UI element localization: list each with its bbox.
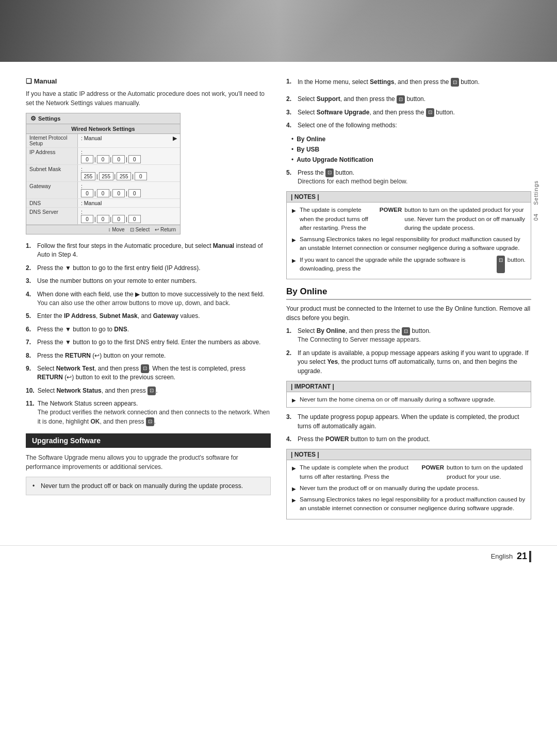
upgrade-bullet-box: • Never turn the product off or back on … xyxy=(26,477,271,495)
manual-heading: Manual xyxy=(26,77,271,85)
inline-btn-r1: ⊡ xyxy=(451,78,459,87)
ip-value: : 0 | 0 | 0 | 0 xyxy=(78,148,180,164)
note-1-3: If you want to cancel the upgrade while … xyxy=(292,256,526,274)
by-online-step-2: 2. If an update is available, a popup me… xyxy=(286,349,531,376)
footer-language: English xyxy=(491,552,513,560)
by-online-step-1: 1. Select By Online, and then press the … xyxy=(286,327,531,345)
manual-steps-list: 1. Follow the first four steps in the Au… xyxy=(26,242,271,426)
by-online-steps: 1. Select By Online, and then press the … xyxy=(286,327,531,376)
step-5: 5. Enter the IP Address, Subnet Mask, an… xyxy=(26,312,271,321)
right-step-1: 1. In the Home menu, select Settings, an… xyxy=(286,77,531,91)
methods-list: By Online By USB Auto Upgrade Notificati… xyxy=(291,135,531,164)
upgrading-software-heading: Upgrading Software xyxy=(26,433,271,448)
side-settings-label: 04 Settings xyxy=(533,180,539,221)
dns-server-row: DNS Server : 0 | 0 | 0 | 0 xyxy=(26,208,180,225)
settings-nav: ↕ Move ⊡ Select ↩ Return xyxy=(26,225,180,234)
note-2-3: Samsung Electronics takes no legal respo… xyxy=(292,495,526,513)
dns-field-3: 0 xyxy=(112,215,125,223)
wired-header: Wired Network Settings xyxy=(26,124,180,134)
main-content: Manual If you have a static IP address o… xyxy=(0,62,557,540)
notes-header-1: | NOTES | xyxy=(287,192,531,203)
important-box: | IMPORTANT | Never turn the home cinema… xyxy=(286,381,531,408)
note-1-1: The update is complete when the product … xyxy=(292,206,526,232)
subnet-value: : 255 | 255 | 255 | 0 xyxy=(78,165,180,181)
subnet-field-3: 255 xyxy=(117,172,131,180)
gateway-field-2: 0 xyxy=(97,189,109,197)
inline-btn-bo1: ⊡ xyxy=(402,327,410,336)
protocol-value: : Manual ▶ xyxy=(78,134,180,147)
nav-select: ⊡ Select xyxy=(130,227,150,232)
dns-value: : Manual xyxy=(78,199,180,207)
footer-page-number: 21 xyxy=(517,551,527,562)
gateway-value: : 0 | 0 | 0 | 0 xyxy=(78,182,180,198)
method-auto-upgrade: Auto Upgrade Notification xyxy=(291,155,531,164)
header-banner xyxy=(0,0,557,62)
subnet-field-1: 255 xyxy=(81,172,95,180)
dns-server-label: DNS Server xyxy=(26,208,78,224)
step-8: 8. Press the RETURN (↩) button on your r… xyxy=(26,351,271,360)
inline-btn-r5: ⊡ xyxy=(325,169,334,177)
step-11: 11. The Network Status screen appears. T… xyxy=(26,399,271,426)
bullet-dot: • xyxy=(32,481,38,491)
nav-return: ↩ Return xyxy=(155,227,176,232)
gear-icon: ⚙ xyxy=(30,115,36,122)
ip-row: IP Address : 0 | 0 | 0 | 0 xyxy=(26,148,180,165)
note-1-2: Samsung Electronics takes no legal respo… xyxy=(292,235,526,253)
upgrade-bullet-item: • Never turn the product off or back on … xyxy=(32,481,264,491)
right-column: 1. In the Home menu, select Settings, an… xyxy=(286,77,531,525)
footer-bar xyxy=(529,551,531,562)
notes-box-1: | NOTES | The update is complete when th… xyxy=(286,191,531,279)
by-online-intro: Your product must be connected to the In… xyxy=(286,304,531,323)
dns-field-1: 0 xyxy=(81,215,93,223)
inline-btn-10: ⊡ xyxy=(148,387,156,395)
note-2-2: Never turn the product off or on manuall… xyxy=(292,484,526,493)
method-usb: By USB xyxy=(291,145,531,154)
inline-btn-11: ⊡ xyxy=(146,417,154,426)
ip-field-2: 0 xyxy=(97,155,109,163)
ip-label: IP Address xyxy=(26,148,78,164)
note-2-1: The update is complete when the product … xyxy=(292,463,526,481)
gateway-field-4: 0 xyxy=(128,189,141,197)
upgrade-bullet-text: Never turn the product off or back on ma… xyxy=(41,481,243,491)
subnet-field-4: 0 xyxy=(135,172,147,180)
left-column: Manual If you have a static IP address o… xyxy=(26,77,271,525)
step-11-sub: The product verifies the network connect… xyxy=(38,409,270,425)
gateway-label: Gateway xyxy=(26,182,78,198)
chapter-number: 04 xyxy=(533,213,539,221)
protocol-label: Internet Protocol Setup xyxy=(26,134,78,147)
by-online-heading: By Online xyxy=(286,287,531,300)
right-step-2: 2. Select Support, and then press the ⊡ … xyxy=(286,95,531,104)
method-online: By Online xyxy=(291,135,531,144)
important-header: | IMPORTANT | xyxy=(287,381,531,392)
notes-box-2: | NOTES | The update is complete when th… xyxy=(286,449,531,519)
ip-field-1: 0 xyxy=(81,155,93,163)
dns-server-value: : 0 | 0 | 0 | 0 xyxy=(78,208,180,224)
protocol-row: Internet Protocol Setup : Manual ▶ xyxy=(26,134,180,148)
upgrade-intro: The Software Upgrade menu allows you to … xyxy=(26,453,271,472)
subnet-label: Subnet Mask xyxy=(26,165,78,181)
gateway-field-1: 0 xyxy=(81,189,93,197)
subnet-row: Subnet Mask : 255 | 255 | 255 | 0 xyxy=(26,165,180,182)
ip-field-4: 0 xyxy=(128,155,141,163)
step-3: 3. Use the number buttons on your remote… xyxy=(26,277,271,285)
footer: English 21 xyxy=(0,545,557,567)
notes-content-2: The update is complete when the product … xyxy=(287,460,531,518)
step-4-sub: You can also use the other arrow buttons… xyxy=(37,299,230,307)
step-2: 2. Press the ▼ button to go to the first… xyxy=(26,264,271,273)
right-step-5: 5. Press the ⊡ button. Directions for ea… xyxy=(286,169,531,187)
step5-sub: Directions for each method begin below. xyxy=(298,178,407,185)
dns-label: DNS xyxy=(26,199,78,207)
right-step-4: 4. Select one of the following methods: xyxy=(286,121,531,130)
step-1: 1. Follow the first four steps in the Au… xyxy=(26,242,271,260)
inline-btn-r3: ⊡ xyxy=(426,108,434,117)
inline-btn-r2: ⊡ xyxy=(397,95,405,104)
dns-field-2: 0 xyxy=(97,215,109,223)
by-online-step-3: 3. The update progress popup appears. Wh… xyxy=(286,413,531,431)
by-online-step-1-sub: The Connecting to Server message appears… xyxy=(298,336,421,343)
by-online-step-4: 4. Press the POWER button to turn on the… xyxy=(286,435,531,444)
subnet-field-2: 255 xyxy=(99,172,113,180)
inline-btn-9: ⊡ xyxy=(141,364,149,373)
settings-box-title: ⚙ Settings xyxy=(26,113,180,124)
important-content: Never turn the home cinema on or off man… xyxy=(287,392,531,407)
gateway-row: Gateway : 0 | 0 | 0 | 0 xyxy=(26,182,180,199)
